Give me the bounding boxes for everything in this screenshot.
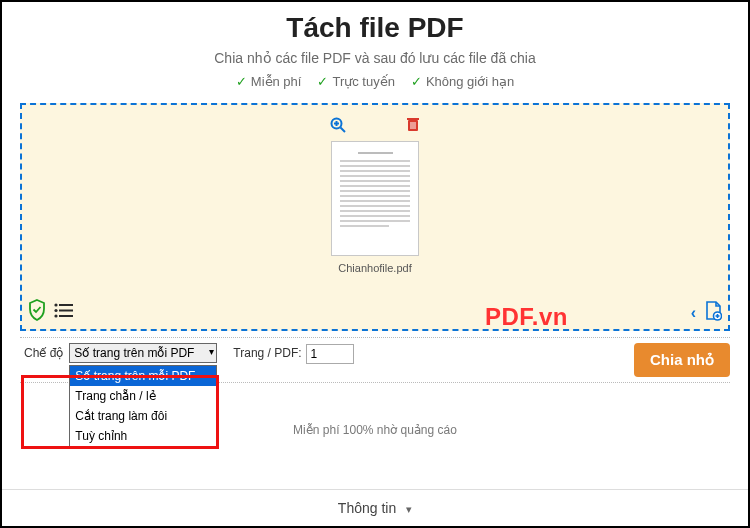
file-name: Chianhofile.pdf	[330, 262, 420, 274]
file-dropzone[interactable]: Chianhofile.pdf ‹ PDF.vn	[20, 103, 730, 331]
page-subtitle: Chia nhỏ các file PDF và sau đó lưu các …	[2, 50, 748, 66]
pages-per-pdf-label: Trang / PDF:	[233, 343, 301, 360]
svg-point-13	[54, 314, 57, 317]
split-button[interactable]: Chia nhỏ	[634, 343, 730, 377]
check-icon: ✓	[317, 74, 328, 89]
pdf-page-thumbnail[interactable]	[331, 141, 419, 256]
svg-rect-8	[415, 122, 416, 129]
svg-point-9	[54, 303, 57, 306]
watermark: PDF.vn	[485, 303, 568, 331]
info-label: Thông tin	[338, 500, 396, 516]
svg-rect-5	[407, 118, 419, 120]
svg-point-11	[54, 308, 57, 311]
features-row: ✓Miễn phí ✓Trực tuyến ✓Không giới hạn	[2, 74, 748, 89]
zoom-icon[interactable]	[330, 117, 346, 137]
svg-rect-7	[413, 122, 414, 129]
mode-option[interactable]: Trang chẵn / lẻ	[70, 386, 216, 406]
info-toggle[interactable]: Thông tin ▾	[2, 489, 748, 526]
check-icon: ✓	[411, 74, 422, 89]
check-icon: ✓	[236, 74, 247, 89]
mode-select[interactable]: Số trang trên mỗi PDF	[69, 343, 217, 363]
feature-online: Trực tuyến	[332, 74, 394, 89]
chevron-left-icon[interactable]: ‹	[691, 304, 696, 322]
mode-option[interactable]: Tuỳ chỉnh	[70, 426, 216, 446]
feature-free: Miễn phí	[251, 74, 302, 89]
list-icon[interactable]	[54, 302, 74, 323]
mode-dropdown: Số trang trên mỗi PDF Trang chẵn / lẻ Cắ…	[69, 365, 217, 447]
page-title: Tách file PDF	[2, 12, 748, 44]
svg-rect-10	[59, 304, 73, 306]
feature-unlimited: Không giới hạn	[426, 74, 514, 89]
svg-rect-6	[411, 122, 412, 129]
chevron-down-icon: ▾	[406, 503, 412, 515]
trash-icon[interactable]	[406, 117, 420, 137]
mode-option[interactable]: Cắt trang làm đôi	[70, 406, 216, 426]
svg-rect-12	[59, 309, 73, 311]
add-file-icon[interactable]	[704, 301, 722, 325]
mode-option[interactable]: Số trang trên mỗi PDF	[70, 366, 216, 386]
svg-rect-14	[59, 315, 73, 317]
mode-label: Chế độ	[20, 343, 67, 360]
shield-icon[interactable]	[28, 299, 46, 325]
svg-line-1	[341, 128, 346, 133]
pages-per-pdf-input[interactable]	[306, 344, 354, 364]
